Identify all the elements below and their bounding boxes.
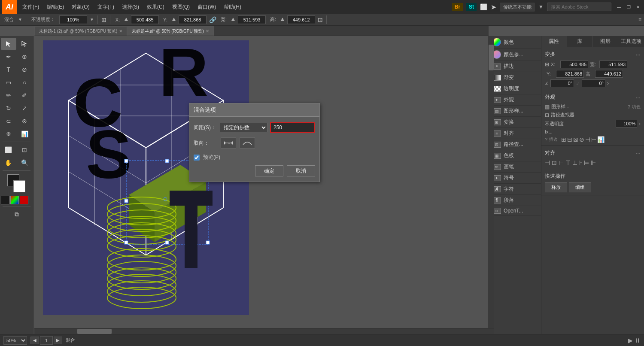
distrib-v-icon[interactable]: ⊩ (591, 159, 596, 166)
panel-item-graphic-styles[interactable]: ▤ 图形样... (489, 106, 541, 117)
panel-item-symbols[interactable]: ✦ 符号 (489, 173, 541, 184)
hand-tool[interactable]: ✋ (1, 157, 16, 169)
fx-label[interactable]: fx... (545, 129, 553, 134)
props-tab-properties[interactable]: 属性 (541, 36, 567, 47)
release-button[interactable]: 释放 (545, 182, 567, 192)
slice-tool[interactable]: ⊡ (17, 144, 33, 156)
menu-view[interactable]: 视图(Q) (169, 2, 193, 12)
tool-options-btn[interactable]: 工具选项 (618, 36, 644, 47)
dir-btn-along-path[interactable]: ⌒ (240, 137, 255, 149)
restore-button[interactable]: ❐ (624, 3, 633, 11)
pf-exclude[interactable]: ⊘ (579, 136, 584, 143)
panel-item-paragraph[interactable]: ¶ 段落 (489, 195, 541, 206)
h-input[interactable] (287, 15, 315, 24)
hscroll-thumb[interactable] (77, 329, 112, 334)
transform-angle-input[interactable] (550, 79, 574, 87)
artboard-tool[interactable]: ⬜ (1, 144, 16, 156)
menu-select[interactable]: 选择(S) (118, 2, 143, 12)
opacity-more[interactable]: › (639, 121, 641, 126)
w-input[interactable] (238, 15, 266, 24)
close-button[interactable]: ✕ (634, 3, 642, 11)
panel-item-stroke[interactable]: ≡ 描边 (489, 61, 541, 72)
page-input[interactable] (40, 336, 53, 345)
transform-h-input[interactable] (595, 70, 623, 78)
selection-tool[interactable] (1, 38, 16, 50)
symbol-tool[interactable]: ※ (1, 128, 16, 140)
opacity-input[interactable] (59, 15, 87, 24)
dir-btn-horizontal[interactable]: ↔ (221, 137, 236, 149)
blend-options-dialog[interactable]: 混合选项 间距(S)： 指定的步数 指定的距离 平滑颜色 取向： (189, 103, 320, 182)
panel-item-brushes[interactable]: ✏ 画笔 (489, 161, 541, 173)
smooth-tool[interactable]: ✐ (17, 89, 33, 101)
vscroll-thumb[interactable] (489, 45, 494, 70)
x-input[interactable] (131, 15, 159, 24)
transform-icon[interactable]: ⊡ (318, 16, 323, 23)
panel-item-gradient[interactable]: 渐变 (489, 72, 541, 83)
free-transform-tool[interactable]: ⊗ (17, 115, 33, 127)
canvas-vscrollbar[interactable] (488, 36, 494, 328)
canvas-hscrollbar[interactable] (34, 328, 494, 334)
panel-item-color[interactable]: 颜色 (489, 36, 541, 49)
panel-item-transform[interactable]: ⊞ 变换 (489, 117, 541, 128)
send-icon[interactable]: ➤ (491, 3, 496, 11)
align-top-icon[interactable]: ⊤ (565, 159, 571, 166)
gradient-swatch[interactable] (10, 196, 19, 204)
align-middle-icon[interactable]: ⊥ (572, 159, 577, 166)
rotate-tool[interactable]: ↻ (1, 102, 16, 114)
anchor-tool[interactable]: ⊕ (17, 51, 33, 63)
artboard-button[interactable]: ⧉ (9, 208, 24, 220)
pf-intersect[interactable]: ⊠ (573, 136, 578, 143)
props-tab-library[interactable]: 库 (567, 36, 593, 47)
panel-item-color-params[interactable]: 颜色参... (489, 49, 541, 61)
panel-item-align[interactable]: ≡ 对齐 (489, 128, 541, 139)
scale-tool[interactable]: ⤢ (17, 102, 33, 114)
workspace-dropdown-icon[interactable]: ▼ (538, 4, 544, 10)
menu-file[interactable]: 文件(F) (19, 2, 43, 12)
type-tool[interactable]: T (1, 64, 16, 76)
stroke-color-box[interactable] (13, 180, 25, 192)
panel-item-character[interactable]: A 字符 (489, 184, 541, 195)
pf-unite[interactable]: ⊞ (561, 136, 566, 143)
stock-icon[interactable]: St (466, 3, 477, 11)
menu-window[interactable]: 窗口(W) (194, 2, 219, 12)
confirm-button[interactable]: 确定 (255, 165, 283, 176)
warp-tool[interactable]: ⊂ (1, 115, 16, 127)
direct-selection-tool[interactable] (17, 38, 33, 50)
transform-w-input[interactable] (599, 61, 627, 68)
align-right-icon[interactable]: ⊢ (559, 159, 564, 166)
menu-text[interactable]: 文字(T) (94, 2, 118, 12)
props-tab-layers[interactable]: 图层 (592, 36, 618, 47)
minimize-button[interactable]: — (615, 3, 623, 11)
transform-shear-input[interactable] (582, 79, 605, 87)
graph-tool[interactable]: 📊 (17, 128, 33, 140)
arrange-icon[interactable]: ⬜ (480, 3, 487, 10)
group-button[interactable]: 编组 (569, 182, 591, 192)
panel-item-swatches[interactable]: ▦ 色板 (489, 150, 541, 161)
tab-1[interactable]: 未标题-1 (2).ai* @ 50% (RGB/GPU 预览) ✕ (34, 26, 127, 36)
pf-graph[interactable]: 📊 (597, 136, 605, 143)
search-input[interactable] (547, 3, 611, 11)
vertical-type-tool[interactable]: ⊘ (17, 64, 33, 76)
interval-input[interactable] (271, 123, 314, 132)
blend-mode-dropdown-icon[interactable]: ▼ (18, 17, 22, 22)
red-swatch[interactable] (20, 196, 28, 204)
transform-more[interactable]: ··· (635, 51, 641, 58)
y-input[interactable] (179, 15, 207, 24)
transform-more-2[interactable]: › (607, 80, 609, 86)
distrib-h-icon[interactable]: ⊨ (584, 159, 589, 166)
page-prev-btn[interactable]: ◀ (30, 337, 39, 344)
pause-icon[interactable]: ⏸ (635, 337, 641, 344)
pf-minus[interactable]: ⊟ (567, 136, 572, 143)
appearance-more[interactable]: ··· (635, 94, 641, 101)
interval-select[interactable]: 指定的步数 指定的距离 平滑颜色 (220, 123, 267, 132)
align-bottom-icon[interactable]: ⊦ (579, 159, 582, 166)
align-center-icon[interactable]: ⊡ (552, 159, 557, 166)
panel-item-transparency[interactable]: 透明度 (489, 83, 541, 94)
panel-item-appearance[interactable]: ✦ 外观 (489, 94, 541, 106)
more-icon[interactable]: ≡ (638, 17, 641, 23)
align-left-icon[interactable]: ⊣ (545, 159, 550, 166)
ellipse-tool[interactable]: ○ (17, 76, 33, 88)
pf-align-right[interactable]: ⊢ (591, 136, 596, 143)
page-next-btn[interactable]: ▶ (54, 337, 62, 344)
menu-effect[interactable]: 效果(C) (143, 2, 168, 12)
